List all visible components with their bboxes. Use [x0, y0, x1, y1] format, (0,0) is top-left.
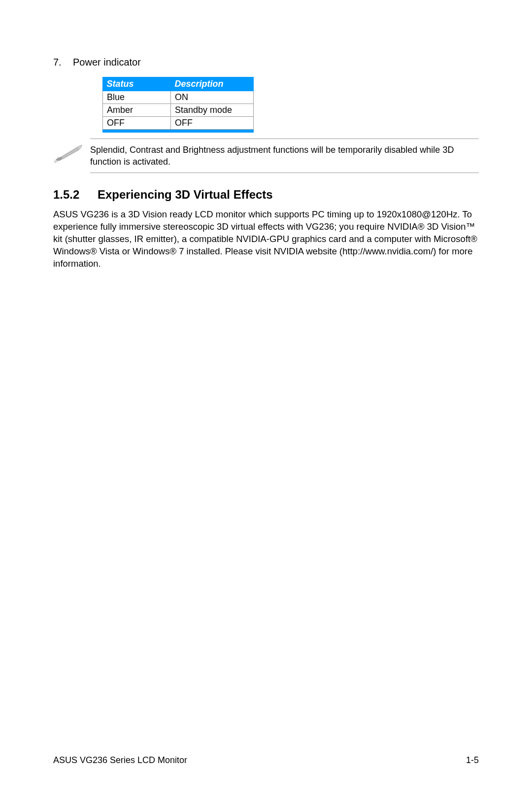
table-row: Blue ON	[103, 91, 254, 104]
page-footer: ASUS VG236 Series LCD Monitor 1-5	[53, 755, 479, 766]
cell-description: OFF	[171, 117, 254, 130]
section-heading: 1.5.2 Experiencing 3D Virtual Effects	[53, 188, 479, 202]
cell-status: Blue	[103, 91, 171, 104]
cell-description: ON	[171, 91, 254, 104]
header-status: Status	[103, 77, 171, 91]
footer-page-number: 1-5	[466, 755, 479, 766]
table-spacer	[103, 130, 254, 133]
cell-description: Standby mode	[171, 104, 254, 117]
section-title: Experiencing 3D Virtual Effects	[98, 188, 479, 202]
table-row: Amber Standby mode	[103, 104, 254, 117]
header-description: Description	[171, 77, 254, 91]
list-item-power-indicator: 7. Power indicator	[53, 57, 479, 68]
pen-note-icon	[53, 139, 90, 167]
list-title: Power indicator	[73, 57, 479, 68]
note-text: Splendid, Contrast and Brightness adjust…	[90, 139, 479, 174]
section-number: 1.5.2	[53, 188, 98, 202]
note-block: Splendid, Contrast and Brightness adjust…	[53, 139, 479, 174]
table-header-row: Status Description	[103, 77, 254, 91]
power-indicator-table: Status Description Blue ON Amber Standby…	[102, 77, 254, 133]
list-number: 7.	[53, 57, 73, 68]
cell-status: Amber	[103, 104, 171, 117]
table-row: OFF OFF	[103, 117, 254, 130]
section-body: ASUS VG236 is a 3D Vision ready LCD moni…	[53, 209, 479, 270]
footer-left: ASUS VG236 Series LCD Monitor	[53, 755, 187, 766]
cell-status: OFF	[103, 117, 171, 130]
